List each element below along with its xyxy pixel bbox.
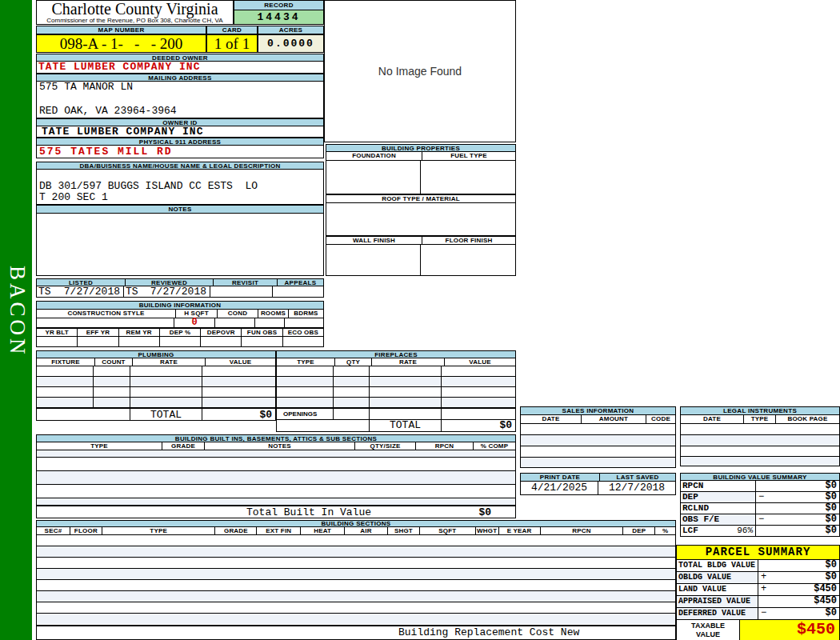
building-sections-title: BUILDING SECTIONS [36,520,676,527]
built-ins-col-notes: NOTES [205,442,355,450]
plumbing-row[interactable] [37,398,275,407]
plumbing-row[interactable] [37,377,275,387]
print-date-label: PRINT DATE [520,473,600,482]
dates-value-row: 4/21/2025 12/7/2018 [520,482,676,495]
cond-value[interactable] [215,318,255,327]
roof-type-value[interactable] [326,203,516,236]
sections-col-grade: GRADE [215,527,257,535]
fuel-type-value[interactable] [421,161,515,194]
building-sections-row[interactable] [37,569,675,580]
building-sections-row[interactable] [37,602,675,614]
dba-legal-box[interactable]: DB 301/597 BUGGS ISLAND CC ESTS LO T 200… [36,170,324,205]
sales-row[interactable] [521,424,675,435]
funobs-label: FUN OBS [242,328,282,337]
effyr-label: EFF YR [78,328,118,337]
map-number-label: MAP NUMBER [36,26,206,34]
mailing-line2[interactable]: RED OAK, VA 23964-3964 [37,106,323,117]
bvs-row-dep: DEP − $0 [680,492,840,503]
building-sections-row[interactable] [37,558,675,569]
owner-id-value[interactable]: TATE LUMBER COMPANY INC [36,126,324,138]
openings-label: OPENINGS [277,409,334,419]
legal-row[interactable] [681,424,839,435]
legal-row[interactable] [681,446,839,457]
fireplaces-total-row: TOTAL $0 [276,420,516,432]
funobs-value[interactable] [242,337,282,346]
building-sections-row[interactable] [37,580,675,591]
acres-value[interactable]: 0.0000 [258,34,324,53]
reviewed-value[interactable]: TS 7/27/2018 [124,286,210,297]
openings-value[interactable] [334,409,370,419]
fireplaces-col-qty: QTY [335,358,372,366]
sections-col-air: AIR [345,527,388,535]
built-ins-total-row: Total Built In Value $0 [36,506,516,518]
fireplaces-row[interactable] [277,387,515,398]
parcel-row-total-bldg: TOTAL BLDG VALUE $0 [676,560,840,572]
building-sections-row[interactable] [37,546,675,558]
fireplaces-row[interactable] [277,377,515,387]
foundation-value[interactable] [326,161,421,194]
record-value[interactable]: 14434 [234,10,324,25]
card-value[interactable]: 1 of 1 [206,34,258,53]
built-ins-row[interactable] [37,471,515,485]
hsqft-value[interactable]: 0 [174,318,215,327]
effyr-value[interactable] [78,337,118,346]
fireplaces-column-headers: TYPE QTY RATE VALUE [276,358,516,366]
parcel-value: $450 [814,596,839,607]
sales-title: SALES INFORMATION [520,406,676,415]
mailing-address-box[interactable]: 575 TA MANOR LN RED OAK, VA 23964-3964 [36,82,324,118]
parcel-row-obldg: OBLDG VALUE + $0 [676,572,840,584]
notes-box[interactable] [36,214,324,276]
building-sections-row[interactable] [37,535,675,546]
parcel-row-land: LAND VALUE + $450 [676,584,840,596]
legal-row[interactable] [681,435,839,446]
plumbing-total-row: TOTAL $0 [36,408,276,421]
yrblt-value[interactable] [37,337,78,346]
appeals-value[interactable] [273,286,323,297]
physical-address-value[interactable]: 575 TATES MILL RD [36,146,324,158]
fireplaces-row[interactable] [277,398,515,407]
listed-value[interactable]: TS 7/27/2018 [37,286,124,297]
deeded-owner-value[interactable]: TATE LUMBER COMPANY INC [36,62,324,74]
building-sections-row[interactable] [37,614,675,624]
built-ins-row[interactable] [37,450,515,458]
ecoobs-value[interactable] [283,337,323,346]
fireplaces-row[interactable] [277,366,515,377]
built-ins-row[interactable] [37,498,515,505]
built-ins-row[interactable] [37,458,515,471]
sales-row[interactable] [521,446,675,458]
rooms-value[interactable] [255,318,285,327]
building-properties-cells3 [326,245,516,276]
sales-row[interactable] [521,435,675,446]
sections-col-floor: FLOOR [70,527,102,535]
revisit-value[interactable] [210,286,273,297]
wall-finish-value[interactable] [326,245,421,275]
construction-style-value[interactable] [37,318,174,327]
bvs-label: LCF [681,526,698,536]
legal-row[interactable] [681,457,839,466]
building-sections-row[interactable] [37,591,675,602]
legal-title: LEGAL INSTRUMENTS [680,406,840,415]
remyr-value[interactable] [119,337,160,346]
legal-line2[interactable]: T 200 SEC 1 [37,192,323,203]
physical-address-label: PHYSICAL 911 ADDRESS [36,138,324,146]
sales-row[interactable] [521,458,675,467]
legal-line1[interactable]: DB 301/597 BUGGS ISLAND CC ESTS LO [37,181,323,192]
plumbing-row[interactable] [37,387,275,398]
building-properties-title: BUILDING PROPERTIES [326,144,516,152]
built-ins-col-qtysize: QTY/SIZE [355,442,416,450]
depovr-value[interactable] [201,337,242,346]
floor-finish-value[interactable] [421,245,515,275]
plumbing-col-fixture: FIXTURE [36,358,95,366]
plumbing-column-headers: FIXTURE COUNT RATE VALUE [36,358,276,366]
built-ins-row[interactable] [37,485,515,498]
plumbing-total-label: TOTAL [130,409,202,420]
plumbing-row[interactable] [37,366,275,377]
map-number-value[interactable]: 098-A - 1- - - 200 [36,34,206,53]
mailing-line1[interactable]: 575 TA MANOR LN [37,82,323,93]
built-ins-col-rpcn: RPCN [416,442,474,450]
deppct-value[interactable] [160,337,201,346]
parcel-row-deferred: DEFERRED VALUE − $0 [676,608,840,620]
parcel-op: + [758,584,766,595]
sections-col-extfin: EXT FIN [257,527,301,535]
bdrms-value[interactable] [285,318,323,327]
